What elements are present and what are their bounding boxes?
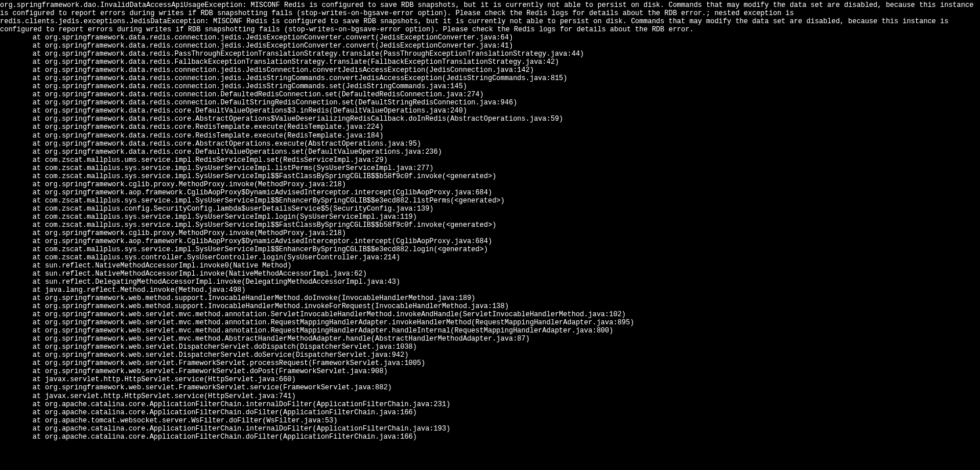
stack-trace-container: at org.springframework.data.redis.connec… [0, 34, 980, 441]
stack-trace-line: at org.springframework.data.redis.connec… [0, 34, 980, 42]
stack-trace-line: at com.zscat.mallplus.sys.service.impl.S… [0, 213, 980, 221]
stack-trace-line: at org.apache.catalina.core.ApplicationF… [0, 433, 980, 441]
stack-trace-line: at sun.reflect.NativeMethodAccessorImpl.… [0, 262, 980, 270]
stack-trace-line: at org.springframework.data.redis.connec… [0, 91, 980, 99]
stack-trace-line: at org.springframework.web.method.suppor… [0, 294, 980, 302]
stack-trace-line: at org.springframework.data.redis.PassTh… [0, 50, 980, 58]
stack-trace-line: at sun.reflect.DelegatingMethodAccessorI… [0, 278, 980, 286]
stack-trace-line: at com.zscat.mallplus.config.SecurityCon… [0, 205, 980, 213]
stack-trace-line: at org.springframework.aop.framework.Cgl… [0, 189, 980, 197]
stack-trace-line: at com.zscat.mallplus.sys.service.impl.S… [0, 197, 980, 205]
stack-trace-line: at org.springframework.data.redis.Fallba… [0, 58, 980, 66]
stack-trace-line: at com.zscat.mallplus.sys.service.impl.S… [0, 221, 980, 229]
stack-trace-line: at com.zscat.mallplus.sys.service.impl.S… [0, 164, 980, 172]
stack-trace-line: at org.apache.catalina.core.ApplicationF… [0, 408, 980, 417]
stack-trace-line: at javax.servlet.http.HttpServlet.servic… [0, 392, 980, 400]
stack-trace-line: at org.springframework.web.servlet.Dispa… [0, 351, 980, 359]
stack-trace-line: at org.springframework.data.redis.core.R… [0, 123, 980, 131]
stack-trace-line: at org.springframework.data.redis.core.D… [0, 107, 980, 115]
stack-trace-line: at org.springframework.data.redis.core.R… [0, 132, 980, 140]
stack-trace-line: at org.springframework.data.redis.connec… [0, 82, 980, 91]
stack-trace-line: at org.springframework.web.servlet.mvc.m… [0, 335, 980, 343]
stack-trace-line: at sun.reflect.NativeMethodAccessorImpl.… [0, 270, 980, 278]
stack-trace-line: at org.apache.tomcat.websocket.server.Ws… [0, 417, 980, 425]
stack-trace-line: at org.springframework.data.redis.connec… [0, 66, 980, 74]
stack-trace-line: at org.springframework.web.servlet.Frame… [0, 384, 980, 392]
stack-trace-line: at com.zscat.mallplus.sys.controller.Sys… [0, 254, 980, 262]
stack-trace-line: at org.springframework.data.redis.core.A… [0, 140, 980, 148]
stack-trace-line: at org.springframework.cglib.proxy.Metho… [0, 180, 980, 189]
stack-trace-line: at org.springframework.data.redis.connec… [0, 42, 980, 50]
stack-trace-line: at org.springframework.data.redis.core.D… [0, 148, 980, 156]
stack-trace-line: at org.springframework.web.servlet.mvc.m… [0, 319, 980, 327]
stack-trace-line: at org.springframework.web.servlet.mvc.m… [0, 310, 980, 319]
stack-trace-line: at javax.servlet.http.HttpServlet.servic… [0, 375, 980, 384]
stack-trace-line: at org.springframework.data.redis.core.A… [0, 115, 980, 123]
stack-trace-line: at org.springframework.data.redis.connec… [0, 99, 980, 107]
stack-trace-line: at java.lang.reflect.Method.invoke(Metho… [0, 286, 980, 294]
stack-trace-line: at org.apache.catalina.core.ApplicationF… [0, 425, 980, 433]
stack-trace-line: at org.springframework.web.servlet.Dispa… [0, 343, 980, 351]
stack-trace-line: at org.springframework.aop.framework.Cgl… [0, 237, 980, 245]
stack-trace-line: at org.springframework.cglib.proxy.Metho… [0, 229, 980, 237]
stack-trace-line: at org.springframework.web.servlet.Frame… [0, 367, 980, 375]
stack-trace-line: at org.springframework.web.servlet.mvc.m… [0, 327, 980, 335]
stack-trace-line: at com.zscat.mallplus.sys.service.impl.S… [0, 245, 980, 254]
stack-trace-line: at org.springframework.web.method.suppor… [0, 302, 980, 310]
stack-trace-line: at org.springframework.web.servlet.Frame… [0, 359, 980, 367]
stack-trace-line: at org.apache.catalina.core.ApplicationF… [0, 400, 980, 408]
exception-message: org.springframework.dao.InvalidDataAcces… [0, 1, 980, 34]
stack-trace-line: at org.springframework.data.redis.connec… [0, 74, 980, 82]
stack-trace-line: at com.zscat.mallplus.sys.service.impl.S… [0, 172, 980, 180]
stack-trace-line: at com.zscat.mallplus.ums.service.impl.R… [0, 156, 980, 164]
